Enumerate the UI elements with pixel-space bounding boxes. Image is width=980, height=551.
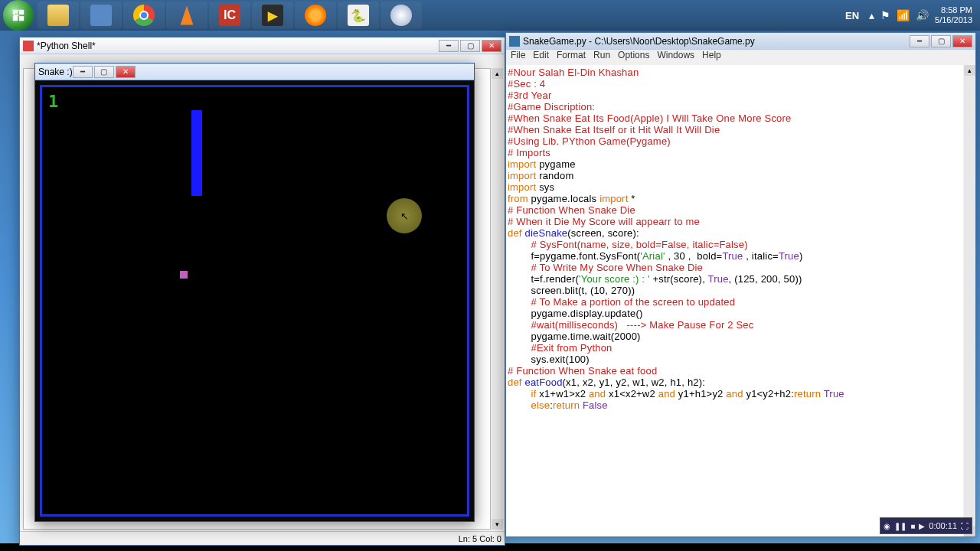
maximize-button[interactable]: ▢ <box>931 35 951 47</box>
pause-icon[interactable]: ❚❚ <box>894 522 906 530</box>
maximize-button[interactable]: ▢ <box>94 66 114 78</box>
network-icon[interactable]: 📶 <box>897 9 910 21</box>
code-line: #When Snake Eat Its Food(Apple) I Will T… <box>508 112 962 124</box>
python-icon <box>509 36 520 47</box>
code-line: import sys <box>508 181 962 193</box>
menu-format[interactable]: Format <box>557 50 586 64</box>
screen-recorder-widget[interactable]: ◉ ❚❚ ■ ▶ 0:00:11 ⛶ <box>880 517 972 534</box>
minimize-button[interactable]: ━ <box>73 66 93 78</box>
code-line: t=f.render('Your score :) : ' +str(score… <box>508 273 962 285</box>
menu-run[interactable]: Run <box>593 50 610 64</box>
code-line: if x1+w1>x2 and x1<x2+w2 and y1+h1>y2 an… <box>508 388 962 399</box>
volume-icon[interactable]: 🔊 <box>916 9 929 21</box>
code-line: # SysFont(name, size, bold=False, italic… <box>508 239 962 250</box>
code-line: def eatFood(x1, x2, y1, y2, w1, w2, h1, … <box>508 377 962 388</box>
code-editor[interactable]: #Nour Salah El-Din Khashan#Sec : 4#3rd Y… <box>506 65 963 536</box>
stop-icon[interactable]: ■ <box>910 522 915 530</box>
menu-options[interactable]: Options <box>618 50 649 64</box>
taskbar-app-pyscript[interactable]: 🐍 <box>338 2 379 29</box>
expand-icon[interactable]: ⛶ <box>961 522 969 530</box>
language-indicator[interactable]: EN <box>841 5 863 26</box>
taskbar-app-chrome[interactable] <box>123 2 165 29</box>
menu-file[interactable]: File <box>511 50 525 64</box>
cursor-highlight: ↖ <box>387 198 422 233</box>
code-line: import random <box>508 170 962 181</box>
close-button[interactable]: ✕ <box>116 66 136 78</box>
food-pellet <box>180 271 188 279</box>
code-line: sys.exit(100) <box>508 354 962 365</box>
code-line: pygame.display.update() <box>508 308 962 319</box>
shell-title: *Python Shell* <box>37 41 96 51</box>
code-line: #Exit from Python <box>508 342 962 354</box>
flag-icon[interactable]: ⚑ <box>880 9 890 21</box>
editor-titlebar[interactable]: SnakeGame.py - C:\Users\Noor\Desktop\Sna… <box>506 33 975 50</box>
clock-time: 8:58 PM <box>935 5 972 15</box>
taskbar-app-notepadpp[interactable] <box>80 2 122 29</box>
taskbar-app-explorer[interactable] <box>38 2 79 29</box>
taskbar-app-vlc[interactable] <box>166 2 207 29</box>
shell-scrollbar[interactable] <box>492 68 503 530</box>
system-tray: EN ▴ ⚑ 📶 🔊 8:58 PM 5/16/2013 <box>841 5 980 26</box>
close-button[interactable]: ✕ <box>952 35 972 47</box>
tk-icon <box>23 41 34 51</box>
game-titlebar[interactable]: Snake :) ━ ▢ ✕ <box>35 64 474 80</box>
code-line: screen.blit(t, (10, 270)) <box>508 285 962 296</box>
code-line: # To Make a portion of the screen to upd… <box>508 296 962 308</box>
editor-scrollbar[interactable] <box>964 65 975 536</box>
taskbar-clock[interactable]: 8:58 PM 5/16/2013 <box>935 5 972 25</box>
taskbar-app-media[interactable]: ▶ <box>252 2 293 29</box>
code-line: #Game Discription: <box>508 101 962 112</box>
play-icon[interactable]: ▶ <box>919 522 925 530</box>
idle-editor-window[interactable]: SnakeGame.py - C:\Users\Noor\Desktop\Sna… <box>505 32 976 537</box>
taskbar-app-firefox[interactable] <box>295 2 336 29</box>
chrome-icon <box>133 5 155 26</box>
vlc-icon <box>176 5 198 26</box>
editor-title: SnakeGame.py - C:\Users\Noor\Desktop\Sna… <box>523 36 755 47</box>
score-display: 1 <box>48 92 58 111</box>
code-line: # Function When Snake Die <box>508 204 962 216</box>
code-line: # When it Die My Score will appearr to m… <box>508 216 962 227</box>
media-icon: ▶ <box>262 5 283 26</box>
snake-game-window[interactable]: Snake :) ━ ▢ ✕ 1 ↖ <box>34 63 475 522</box>
code-line: from pygame.locals import * <box>508 193 962 204</box>
menu-windows[interactable]: Windows <box>657 50 694 64</box>
game-title: Snake :) <box>38 67 73 77</box>
idm-icon: IC <box>219 5 240 26</box>
tray-chevron-icon[interactable]: ▴ <box>869 9 874 21</box>
code-line: import pygame <box>508 158 962 170</box>
code-line: #3rd Year <box>508 90 962 101</box>
code-line: # Imports <box>508 147 962 158</box>
recorder-time: 0:00:11 <box>929 521 957 530</box>
notepad-icon <box>90 5 112 26</box>
code-line: # Function When Snake eat food <box>508 365 962 377</box>
taskbar-app-disc[interactable] <box>381 2 422 29</box>
code-line: #wait(milliseconds) ----> Make Pause For… <box>508 319 962 331</box>
close-button[interactable]: ✕ <box>482 40 501 52</box>
clock-date: 5/16/2013 <box>935 15 972 25</box>
code-line: #Using Lib. PYthon Game(Pygame) <box>508 135 962 147</box>
menu-edit[interactable]: Edit <box>533 50 549 64</box>
shell-titlebar[interactable]: *Python Shell* ━ ▢ ✕ <box>20 37 505 54</box>
menu-help[interactable]: Help <box>702 50 721 64</box>
folder-icon <box>47 5 69 26</box>
editor-menubar: FileEditFormatRunOptionsWindowsHelp <box>506 50 975 64</box>
code-line: else:return False <box>508 399 962 411</box>
maximize-button[interactable]: ▢ <box>460 40 480 52</box>
code-line: pygame.time.wait(2000) <box>508 331 962 342</box>
start-button[interactable] <box>3 0 34 31</box>
firefox-icon <box>305 5 326 26</box>
code-line: f=pygame.font.SysFont('Arial' , 30 , bol… <box>508 250 962 262</box>
code-line: #When Snake Eat Itself or it Hit Wall It… <box>508 124 962 135</box>
taskbar: IC ▶ 🐍 EN ▴ ⚑ 📶 🔊 8:58 PM 5/16/2013 <box>0 0 980 31</box>
taskbar-app-idm[interactable]: IC <box>209 2 250 29</box>
python-file-icon: 🐍 <box>348 5 369 26</box>
code-line: # To Write My Score When Snake Die <box>508 262 962 273</box>
shell-statusbar: Ln: 5 Col: 0 <box>20 531 505 545</box>
snake-body <box>191 110 202 196</box>
code-line: #Sec : 4 <box>508 78 962 90</box>
minimize-button[interactable]: ━ <box>439 40 459 52</box>
game-canvas[interactable]: 1 ↖ <box>40 85 469 517</box>
minimize-button[interactable]: ━ <box>910 35 929 47</box>
disc-icon <box>390 5 412 26</box>
recorder-icon: ◉ <box>884 522 890 530</box>
